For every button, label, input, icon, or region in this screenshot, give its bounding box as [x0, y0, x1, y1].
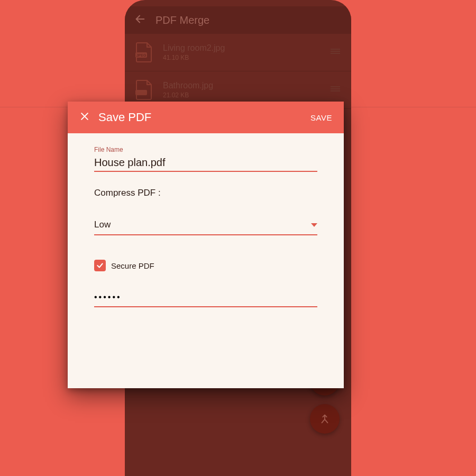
compress-value: Low [94, 219, 311, 230]
save-button[interactable]: SAVE [310, 113, 332, 122]
password-input[interactable] [94, 292, 317, 302]
secure-pdf-label: Secure PDF [111, 261, 154, 270]
compress-select[interactable]: Low [94, 218, 317, 235]
compress-label: Compress PDF : [94, 188, 317, 198]
dialog-header: Save PDF SAVE [68, 102, 344, 133]
chevron-down-icon [311, 220, 317, 230]
save-pdf-dialog: Save PDF SAVE File Name Compress PDF : L… [68, 102, 344, 388]
secure-pdf-row[interactable]: Secure PDF [94, 260, 317, 271]
dialog-title: Save PDF [98, 111, 310, 124]
secure-pdf-checkbox[interactable] [94, 260, 106, 271]
close-icon[interactable] [79, 111, 90, 124]
filename-input[interactable] [94, 157, 317, 169]
filename-label: File Name [94, 146, 317, 153]
filename-field: File Name [94, 146, 317, 172]
